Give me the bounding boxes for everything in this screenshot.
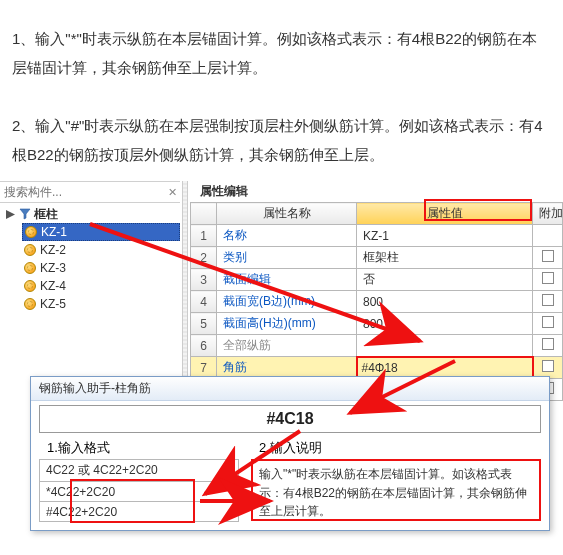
vertical-splitter[interactable] [182, 181, 188, 391]
format-description: 输入"*"时表示纵筋在本层锚固计算。如该格式表示：有4根B22的钢筋在本层锚固计… [251, 459, 541, 521]
checkbox-icon[interactable] [542, 316, 554, 328]
search-input[interactable] [0, 182, 164, 202]
format-cell: 4C22 或 4C22+2C20 [40, 460, 239, 482]
row-number: 5 [191, 313, 217, 335]
checkbox-icon[interactable] [542, 250, 554, 262]
rebar-helper-dialog: 钢筋输入助手-柱角筋 1.输入格式 4C22 或 4C22+2C20*4C22+… [30, 376, 550, 531]
tree-item-label: KZ-4 [40, 279, 66, 293]
col-name-header[interactable]: 属性名称 [217, 203, 357, 225]
row-number: 3 [191, 269, 217, 291]
component-icon [24, 280, 36, 292]
tree-item-kz1[interactable]: KZ-1 [22, 223, 180, 241]
grid-caption: 属性编辑 [190, 181, 563, 202]
tree-item-label: KZ-2 [40, 243, 66, 257]
checkbox-icon[interactable] [542, 294, 554, 306]
extra-checkbox-cell[interactable] [533, 269, 563, 291]
extra-checkbox-cell[interactable] [533, 335, 563, 357]
checkbox-icon[interactable] [542, 360, 554, 372]
property-name-cell: 截面高(H边)(mm) [217, 313, 357, 335]
component-icon [24, 262, 36, 274]
property-value-cell[interactable]: KZ-1 [357, 225, 533, 247]
format-section-header: 1.输入格式 [39, 437, 239, 459]
svg-marker-0 [6, 210, 15, 219]
extra-checkbox-cell[interactable] [533, 313, 563, 335]
row-number: 6 [191, 335, 217, 357]
property-value-cell[interactable]: 否 [357, 269, 533, 291]
clear-search-icon[interactable]: ✕ [164, 184, 180, 200]
property-value-cell[interactable]: 800 [357, 291, 533, 313]
table-row[interactable]: 4截面宽(B边)(mm)800 [191, 291, 563, 313]
table-row[interactable]: 2类别框架柱 [191, 247, 563, 269]
rebar-value-input[interactable] [39, 405, 541, 433]
rownum-header [191, 203, 217, 225]
row-number: 2 [191, 247, 217, 269]
format-cell: *4C22+2C20 [40, 482, 239, 502]
table-row[interactable]: 1名称KZ-1 [191, 225, 563, 247]
tree-item-kz3[interactable]: KZ-3 [22, 259, 180, 277]
tree-root-label: 框柱 [34, 206, 58, 223]
property-value-cell[interactable]: 框架柱 [357, 247, 533, 269]
format-row[interactable]: #4C22+2C20 [40, 502, 239, 522]
paragraph-2: 2、输入"#"时表示纵筋在本层强制按顶层柱外侧纵筋计算。例如该格式表示：有4根B… [12, 112, 551, 169]
property-value-cell[interactable] [357, 335, 533, 357]
component-icon [24, 244, 36, 256]
format-row[interactable]: 4C22 或 4C22+2C20 [40, 460, 239, 482]
tree-item-label: KZ-1 [41, 225, 67, 239]
property-name-cell: 类别 [217, 247, 357, 269]
property-name-cell: 截面编辑 [217, 269, 357, 291]
component-icon [24, 298, 36, 310]
col-value-header[interactable]: 属性值 [357, 203, 533, 225]
checkbox-icon[interactable] [542, 272, 554, 284]
paragraph-1: 1、输入"*"时表示纵筋在本层锚固计算。例如该格式表示：有4根B22的钢筋在本层… [12, 25, 551, 82]
format-cell: #4C22+2C20 [40, 502, 239, 522]
tree-root[interactable]: 框柱 [0, 205, 180, 223]
component-tree-panel: ✕ 框柱 KZ-1 KZ-2 [0, 181, 180, 313]
collapse-icon[interactable] [4, 208, 16, 220]
property-grid: 属性名称 属性值 附加 1名称KZ-12类别框架柱3截面编辑否4截面宽(B边)(… [190, 202, 563, 401]
property-name-cell: 名称 [217, 225, 357, 247]
property-value-cell[interactable]: 800 [357, 313, 533, 335]
extra-checkbox-cell[interactable] [533, 247, 563, 269]
format-table: 4C22 或 4C22+2C20*4C22+2C20#4C22+2C20 [39, 459, 239, 522]
table-row[interactable]: 3截面编辑否 [191, 269, 563, 291]
row-number: 4 [191, 291, 217, 313]
tree-item-label: KZ-3 [40, 261, 66, 275]
property-grid-panel: 属性编辑 属性名称 属性值 附加 1名称KZ-12类别框架柱3截面编辑否4截面宽… [190, 181, 563, 401]
extra-checkbox-cell[interactable] [533, 225, 563, 247]
table-row[interactable]: 5截面高(H边)(mm)800 [191, 313, 563, 335]
dialog-title[interactable]: 钢筋输入助手-柱角筋 [31, 377, 549, 401]
col-extra-header[interactable]: 附加 [533, 203, 563, 225]
tree-item-kz5[interactable]: KZ-5 [22, 295, 180, 313]
component-icon [25, 226, 37, 238]
property-name-cell: 截面宽(B边)(mm) [217, 291, 357, 313]
tree-item-kz2[interactable]: KZ-2 [22, 241, 180, 259]
property-name-cell: 全部纵筋 [217, 335, 357, 357]
format-row[interactable]: *4C22+2C20 [40, 482, 239, 502]
row-number: 1 [191, 225, 217, 247]
checkbox-icon[interactable] [542, 338, 554, 350]
tree-item-label: KZ-5 [40, 297, 66, 311]
tree-item-kz4[interactable]: KZ-4 [22, 277, 180, 295]
description-section-header: 2.输入说明 [251, 437, 541, 459]
filter-icon[interactable] [18, 207, 32, 221]
extra-checkbox-cell[interactable] [533, 291, 563, 313]
table-row[interactable]: 6全部纵筋 [191, 335, 563, 357]
